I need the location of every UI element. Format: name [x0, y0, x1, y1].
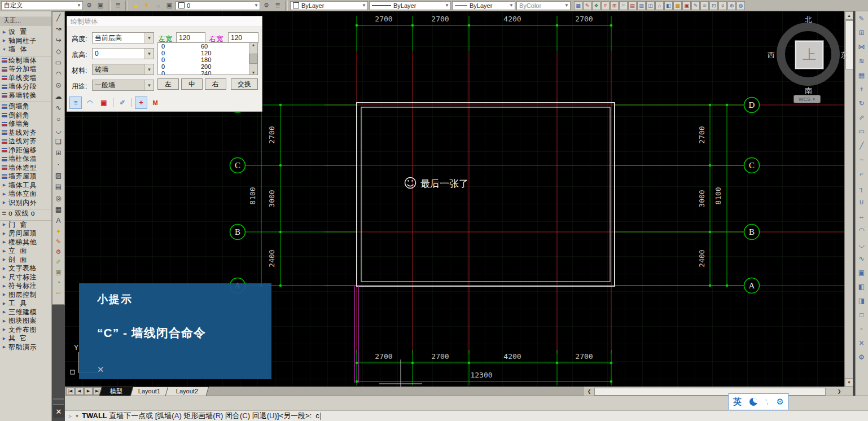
layer-combo[interactable]: 0 ▼	[176, 1, 260, 10]
sidebar-menu-item[interactable]: 设 置	[0, 28, 51, 37]
layer-manager-icon[interactable]: ≣	[113, 1, 123, 11]
sidebar-menu-item[interactable]: 立 面	[0, 247, 51, 256]
usage-combo[interactable]: 一般墙 ▼	[92, 80, 154, 91]
modify-tool-icon[interactable]: ⚙	[856, 350, 867, 364]
sidebar-menu-item[interactable]: 墙体造型	[0, 164, 51, 173]
sidebar-menu-item[interactable]: 图层控制	[0, 291, 51, 300]
command-line[interactable]: ＞ ▼ TWALL 直墙下一点或 [弧墙(A) 矩形画墙(R) 闭合(C) 回退…	[65, 410, 868, 421]
sidebar-menu-item[interactable]: 剖 面	[0, 256, 51, 265]
scroll-up-icon[interactable]: ▲	[252, 43, 256, 47]
compass-north[interactable]: 北	[805, 15, 812, 25]
modify-tool-icon[interactable]: ┐	[856, 181, 867, 195]
command-text[interactable]: TWALL 直墙下一点或 [弧墙(A) 矩形画墙(R) 闭合(C) 回退(U)]…	[82, 411, 319, 421]
modify-tool-icon[interactable]: ◡	[856, 237, 867, 251]
draw-tool-icon[interactable]: ❏	[52, 136, 64, 147]
close-menu-button[interactable]: ✕	[53, 405, 64, 418]
draw-tool-icon[interactable]: ⊞	[52, 147, 64, 159]
modify-tool-icon[interactable]: ⇗	[856, 110, 867, 124]
modify-tool-icon[interactable]: ▣	[856, 265, 867, 279]
modify-tool-icon[interactable]: ╱	[856, 138, 867, 152]
height-combo[interactable]: 当前层高 ▼	[92, 32, 154, 43]
sidebar-menu-item[interactable]: 门 窗	[0, 220, 51, 230]
compass-top-face[interactable]: 上	[795, 41, 823, 69]
sun-icon[interactable]: ☀	[142, 1, 152, 11]
draw-tool-icon[interactable]: ▨	[52, 170, 64, 181]
modify-tool-icon[interactable]: ◠	[856, 223, 867, 237]
sidebar-menu-item[interactable]: 墙 体	[0, 45, 51, 54]
swap-button[interactable]: 交换	[231, 78, 258, 90]
ime-language-toggle[interactable]: 英	[733, 397, 742, 407]
sidebar-menu-item[interactable]: 基线对齐	[0, 129, 51, 138]
vertical-scrollbar[interactable]: ▲ ▼	[844, 11, 853, 387]
workspace-settings-icon[interactable]: ▣	[95, 1, 106, 11]
wall-width-row[interactable]: 0 200	[158, 63, 257, 70]
arc-wall-icon[interactable]: ◠	[84, 97, 96, 109]
align-center-button[interactable]: 中	[181, 78, 203, 90]
draw-tool-icon[interactable]: ▦	[52, 204, 64, 215]
sidebar-menu-item[interactable]: 符号标注	[0, 282, 51, 291]
draw-tool-icon[interactable]: ☁	[52, 91, 64, 102]
modify-tool-icon[interactable]: ▭	[856, 124, 867, 138]
left-width-input[interactable]: 120	[176, 32, 205, 43]
modify-tool-icon[interactable]: ◧	[856, 279, 867, 293]
modify-tool-icon[interactable]: ∿	[856, 251, 867, 265]
modify-tool-icon[interactable]: ∪	[856, 195, 867, 209]
scroll-right-icon[interactable]: ❯	[835, 388, 843, 394]
moon-icon[interactable]	[749, 398, 757, 406]
sidebar-menu-item[interactable]: 轴网柱子	[0, 37, 51, 46]
cad-tool-icon[interactable]: ▦	[574, 1, 582, 10]
cad-tool-icon[interactable]: ⊞	[610, 1, 619, 10]
prev-tab-button[interactable]: ◀	[75, 387, 84, 395]
sidebar-menu-item[interactable]: 尺寸标注	[0, 273, 51, 282]
sidebar-menu-item[interactable]: 墙体分段	[0, 82, 51, 91]
object-tool-icon[interactable]: ✦	[52, 226, 64, 236]
wall-width-list[interactable]: 0 60 0 120 0 180 0 200 0 240 ▲ ▼	[157, 42, 258, 75]
cad-tool-icon[interactable]: ⊡	[709, 1, 718, 10]
wall-width-row[interactable]: 0 180	[158, 56, 257, 63]
toolbar-grip[interactable]	[53, 398, 64, 405]
cad-tool-icon[interactable]: ⌂	[655, 1, 664, 10]
cad-tool-icon[interactable]: #	[601, 1, 610, 10]
tab-model[interactable]: 模型	[99, 387, 134, 396]
scrollbar-thumb[interactable]	[845, 20, 853, 69]
base-height-combo[interactable]: 0 ▼	[92, 48, 154, 59]
horizontal-scrollbar[interactable]: ❮ ❯	[584, 387, 844, 396]
sidebar-menu-item[interactable]: 三维建模	[0, 308, 51, 317]
tab-layout1[interactable]: Layout1	[128, 387, 172, 396]
align-right-button[interactable]: 右	[205, 78, 226, 90]
object-tool-icon[interactable]: ✐	[52, 257, 64, 267]
object-tool-icon[interactable]: ▣	[52, 267, 64, 277]
tab-layout2[interactable]: Layout2	[165, 387, 209, 396]
gear-icon[interactable]: ⚙	[777, 397, 784, 407]
next-tab-button[interactable]: ▶	[84, 387, 93, 395]
scroll-up-icon[interactable]: ▲	[845, 11, 853, 20]
modify-tool-icon[interactable]: □	[856, 308, 867, 322]
compass-east[interactable]: 东	[840, 50, 848, 60]
draw-tool-icon[interactable]: ╱	[52, 12, 64, 23]
sidebar-menu-item[interactable]: 墙齐屋顶	[0, 172, 51, 181]
sidebar-menu-item[interactable]: 文字表格	[0, 264, 51, 273]
sidebar-menu-item[interactable]: 房间屋顶	[0, 229, 51, 238]
ime-punctuation-toggle[interactable]: ’,	[765, 398, 769, 405]
object-tool-icon[interactable]: ✎	[52, 236, 64, 247]
sidebar-menu-item[interactable]: 墙体立面	[0, 190, 51, 199]
lightbulb-icon[interactable]: ●	[130, 1, 141, 11]
wcs-selector[interactable]: WCS ▼	[794, 95, 821, 103]
right-width-input[interactable]: 120	[228, 32, 258, 43]
sidebar-menu-item[interactable]: 楼梯其他	[0, 238, 51, 247]
workspace-combo[interactable]: 自定义 ▼	[1, 1, 83, 10]
grid-snap-icon[interactable]: +	[135, 97, 147, 109]
cad-tool-icon[interactable]: ▥	[637, 1, 646, 10]
chevron-down-icon[interactable]: ▼	[75, 414, 82, 418]
freeze-icon[interactable]: ☼	[153, 1, 163, 11]
modify-tool-icon[interactable]: ✕	[856, 336, 867, 350]
sidebar-title[interactable]: 天正...	[0, 16, 51, 25]
modify-tool-icon[interactable]: ↔	[856, 209, 867, 223]
modify-tool-icon[interactable]: ▫	[856, 322, 867, 336]
make-layer-current-icon[interactable]: ⚙	[261, 1, 271, 11]
sidebar-menu-item[interactable]: 墙体工具	[0, 181, 51, 190]
sidebar-menu-item[interactable]: 图块图案	[0, 317, 51, 326]
object-tool-icon[interactable]: ⚙	[52, 247, 64, 257]
sidebar-menu-item[interactable]: 其 它	[0, 334, 51, 343]
modify-tool-icon[interactable]: ⌐	[856, 166, 867, 181]
